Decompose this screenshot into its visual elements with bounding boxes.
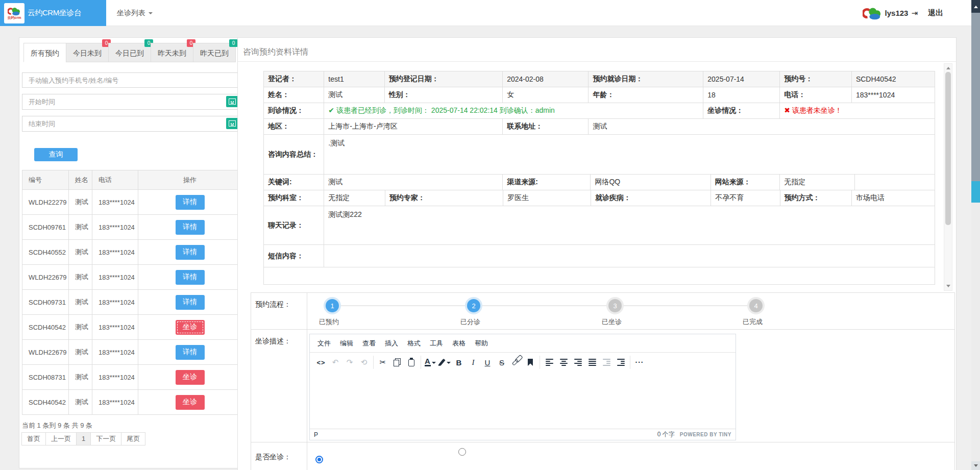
chevron-down-icon [149, 12, 153, 16]
search-input[interactable] [22, 72, 242, 88]
page-button[interactable]: 首页 [21, 432, 46, 446]
query-button[interactable]: 查询 [34, 148, 78, 161]
source-code-icon[interactable]: <> [314, 356, 328, 369]
detail-button[interactable]: 详情 [176, 270, 205, 285]
underline-icon[interactable]: U [481, 356, 494, 369]
detail-button[interactable]: 详情 [176, 245, 205, 260]
justify-icon[interactable] [585, 356, 599, 369]
cut-icon[interactable]: ✂ [376, 356, 389, 369]
editor-content[interactable] [310, 372, 736, 429]
detail-value: 183****1024 [852, 87, 935, 103]
consult-button[interactable]: 坐诊 [176, 370, 205, 385]
detail-button[interactable]: 详情 [176, 345, 205, 360]
chevron-down-icon[interactable] [971, 461, 980, 470]
menu-插入[interactable]: 插入 [380, 336, 403, 351]
align-center-icon[interactable] [557, 356, 570, 369]
italic-icon[interactable]: I [467, 356, 480, 369]
word-count[interactable]: 0 个字 [657, 430, 675, 439]
chevron-up-icon[interactable] [944, 64, 952, 71]
consult-button[interactable]: 坐诊 [176, 320, 205, 335]
menu-表格[interactable]: 表格 [448, 336, 470, 351]
detail-button[interactable]: 详情 [176, 220, 205, 235]
logout-button[interactable]: 退出 [928, 8, 943, 18]
menu-帮助[interactable]: 帮助 [470, 336, 493, 351]
link-icon[interactable] [509, 356, 523, 369]
nav-menu-consult-list[interactable]: 坐诊列表 [110, 0, 160, 26]
consult-button[interactable]: 坐诊 [176, 395, 205, 410]
appointment-tab-1[interactable]: 今日未到0 [66, 43, 109, 62]
chevron-down-icon[interactable] [944, 283, 952, 290]
stepper-line [332, 305, 763, 306]
chevron-up-icon[interactable] [971, 0, 980, 13]
detail-row: 咨询内容总结：.测试 [264, 135, 935, 175]
visit-radio-no[interactable] [458, 448, 466, 456]
undo-icon[interactable]: ↶ [329, 356, 342, 369]
row-phone: 183****1024 [92, 365, 138, 390]
logout-icon[interactable]: ⇥ [911, 9, 918, 18]
menu-查看[interactable]: 查看 [358, 336, 380, 351]
restore-draft-icon[interactable]: ⟲ [357, 356, 371, 369]
text-color-icon[interactable]: A [424, 356, 437, 369]
row-actions: 详情 [138, 190, 242, 215]
appointment-tab-3[interactable]: 昨天未到0 [151, 43, 193, 62]
page-button[interactable]: 尾页 [121, 432, 145, 446]
outdent-icon[interactable] [600, 356, 613, 369]
menu-文件[interactable]: 文件 [313, 336, 335, 351]
toolbar-group [540, 356, 630, 369]
detail-label: 网站来源： [711, 175, 780, 190]
table-row: WLDH22679测试183****1024详情 [22, 265, 242, 290]
end-time-calendar-button[interactable] [226, 118, 238, 129]
appointment-tab-4[interactable]: 昨天已到0 [193, 43, 236, 62]
detail-value: 女 [503, 87, 589, 103]
detail-value: 18 [703, 87, 780, 103]
page-button[interactable]: 上一页 [45, 432, 77, 446]
detail-row: 预约科室：无指定预约专家：罗医生就诊疾病：不孕不育预约方式：市场电话 [264, 190, 935, 206]
appointment-tab-2[interactable]: 今日已到0 [108, 43, 151, 62]
more-icon[interactable]: ··· [633, 356, 646, 369]
strikethrough-icon[interactable]: S [495, 356, 508, 369]
page-scrollbar[interactable] [971, 0, 980, 470]
toolbar-group: ✂ [374, 356, 421, 369]
page-button[interactable]: 1 [76, 432, 91, 446]
align-left-icon[interactable] [543, 356, 556, 369]
process-label: 预约流程： [251, 293, 307, 329]
start-time-input[interactable] [22, 94, 242, 110]
detail-row: 关键词:测试渠道来源:网络QQ网站来源：无指定 [264, 175, 935, 190]
scrollbar-thumb[interactable] [945, 72, 951, 225]
row-phone: 183****1024 [92, 315, 138, 340]
copy-icon[interactable] [390, 356, 404, 369]
start-time-calendar-button[interactable] [226, 96, 238, 107]
menu-编辑[interactable]: 编辑 [335, 336, 358, 351]
editor-menubar: 文件编辑查看插入格式工具表格帮助 [310, 334, 736, 352]
page-button[interactable]: 下一页 [90, 432, 121, 446]
rich-text-editor: 文件编辑查看插入格式工具表格帮助 <>↶↷⟲✂ABIUS··· P 0 个字 P… [309, 334, 736, 440]
menu-格式[interactable]: 格式 [403, 336, 425, 351]
tab-label: 昨天未到 [158, 49, 186, 57]
detail-button[interactable]: 详情 [176, 195, 205, 210]
detail-button[interactable]: 详情 [176, 295, 205, 310]
detail-value: ✔ 该患者已经到诊，到诊时间： 2025-07-14 22:02:14 到诊确认… [324, 103, 703, 119]
visit-label: 是否坐诊： [251, 442, 307, 470]
table-row: SCDH09731测试183****1024详情 [22, 290, 242, 315]
paste-icon[interactable] [405, 356, 418, 369]
menu-工具[interactable]: 工具 [425, 336, 448, 351]
scrollbar-thumb[interactable] [971, 13, 980, 181]
indent-icon[interactable] [614, 356, 627, 369]
step-label: 已预约 [319, 317, 339, 327]
end-time-input[interactable] [22, 116, 242, 132]
highlight-icon[interactable] [438, 356, 451, 369]
tab-label: 所有预约 [31, 49, 59, 57]
process-stepper: 1已预约2已分诊3已坐诊4已完成 [307, 293, 954, 330]
row-id: SCDH09731 [22, 290, 69, 315]
appointment-list-panel: 所有预约今日未到0今日已到0昨天未到0昨天已到0 查询 编号姓名电话操作 WLD… [19, 37, 244, 468]
appointment-tab-0[interactable]: 所有预约 [23, 43, 66, 62]
detail-label: 关键词: [264, 175, 324, 190]
bold-icon[interactable]: B [452, 356, 465, 369]
row-name: 测试 [69, 390, 92, 415]
row-actions: 坐诊 [138, 390, 242, 415]
detail-scrollbar[interactable] [944, 63, 952, 291]
redo-icon[interactable]: ↷ [343, 356, 356, 369]
bookmark-icon[interactable] [524, 356, 537, 369]
align-right-icon[interactable] [571, 356, 584, 369]
visit-radio-yes[interactable] [315, 456, 323, 463]
